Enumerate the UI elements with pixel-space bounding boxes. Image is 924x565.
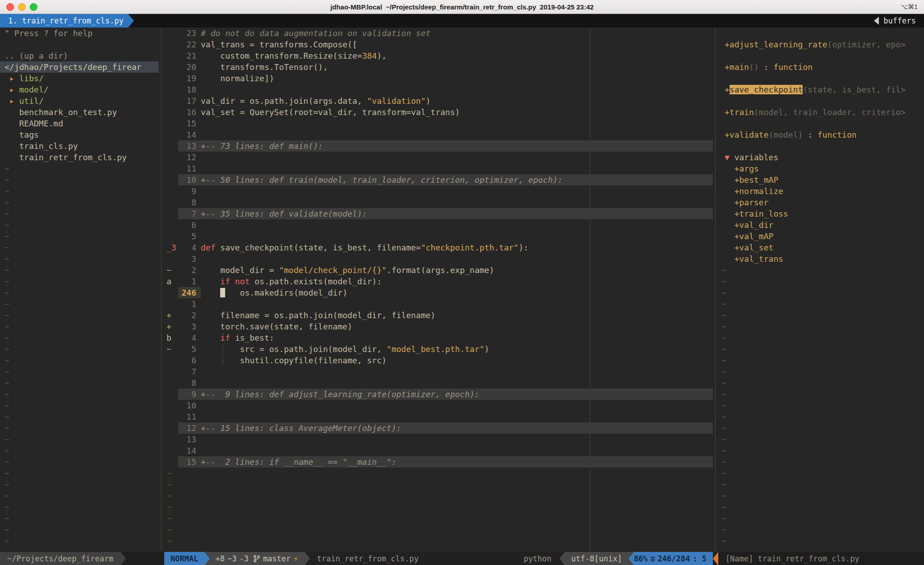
empty-line: ~ <box>0 185 159 197</box>
code-line[interactable]: 9+-- 9 lines: def adjust_learning_rate(o… <box>164 389 713 400</box>
line-text: +train_loss <box>718 208 924 219</box>
code-line[interactable]: 6 │ shutil.copyfile(filename, src) <box>164 355 713 366</box>
tagbar-item[interactable] <box>718 28 924 39</box>
tagbar-item[interactable]: +normalize <box>718 185 924 197</box>
code-line[interactable]: 1 <box>164 298 713 310</box>
code-line[interactable]: 11 <box>164 411 713 422</box>
code-line[interactable]: 15 <box>164 118 713 129</box>
token <box>201 333 220 343</box>
code-line[interactable]: 14 <box>164 129 713 140</box>
tagbar-item[interactable]: +save_checkpoint(state, is_best, fil> <box>718 84 924 95</box>
line-text: +args <box>718 163 924 174</box>
code-line[interactable]: 11 <box>164 163 713 174</box>
tree-item[interactable]: train_cls.py <box>0 140 159 152</box>
code-line[interactable]: 5 <box>164 231 713 242</box>
empty-line: ~ <box>0 219 159 231</box>
tree-item[interactable]: README.md <box>0 118 159 129</box>
tagbar-item[interactable]: +train(model, train_loader, criterio> <box>718 107 924 118</box>
code-line[interactable]: +3 torch.save(state, filename) <box>164 321 713 332</box>
tagbar-item[interactable]: +val_dir <box>718 219 924 231</box>
tree-item[interactable]: ▸ model/ <box>0 84 159 95</box>
code-line[interactable]: 7 <box>164 366 713 377</box>
tagbar-item[interactable]: +args <box>718 163 924 174</box>
nerdtree-panel[interactable]: " Press ? for help.. (up a dir)</jdhao/P… <box>0 28 159 552</box>
empty-line: ~ <box>718 298 924 310</box>
tree-item[interactable]: ▸ util/ <box>0 95 159 107</box>
close-button[interactable] <box>6 3 14 11</box>
token: "model_best.pth.tar" <box>387 344 485 354</box>
code-line[interactable]: 19 normalize]) <box>164 73 713 84</box>
code-line[interactable]: b4 if is_best: <box>164 332 713 343</box>
line-text <box>201 129 713 140</box>
code-line[interactable]: 13 <box>164 434 713 445</box>
code-line[interactable]: 9 <box>164 185 713 197</box>
code-line[interactable]: 7+-- 35 lines: def validate(model): <box>164 208 713 219</box>
code-line[interactable]: 21 custom_transform.Resize(size=384), <box>164 50 713 61</box>
tree-item[interactable] <box>0 39 159 50</box>
tagbar-item[interactable] <box>718 118 924 129</box>
tagbar-panel[interactable]: +adjust_learning_rate(optimizer, epo>+ma… <box>718 28 924 552</box>
tree-item[interactable]: tags <box>0 129 159 140</box>
code-line[interactable]: 17val_dir = os.path.join(args.data, "val… <box>164 95 713 107</box>
tree-item[interactable]: ▸ libs/ <box>0 73 159 84</box>
code-line[interactable]: 8 <box>164 197 713 208</box>
line-text: │ src = os.path.join(model_dir, "model_b… <box>201 343 713 355</box>
tagbar-item[interactable] <box>718 95 924 107</box>
tree-item[interactable]: benchmark_on_test.py <box>0 107 159 118</box>
code-line[interactable]: 3 <box>164 253 713 264</box>
tagbar-item[interactable]: +val_trans <box>718 253 924 264</box>
tree-item[interactable]: train_retr_from_cls.py <box>0 152 159 163</box>
tagbar-item[interactable] <box>718 50 924 61</box>
zoom-button[interactable] <box>30 3 37 11</box>
editor-window[interactable]: 23# do not do data augmentation on valid… <box>164 28 713 552</box>
tree-item[interactable]: </jdhao/Projects/deep_firear <box>0 61 159 73</box>
tagbar-item[interactable]: +best_mAP <box>718 174 924 185</box>
window-separator-2[interactable] <box>713 28 718 552</box>
tagbar-item[interactable] <box>718 73 924 84</box>
tagbar-item[interactable]: +validate(model) : function <box>718 129 924 140</box>
code-line[interactable]: 8 <box>164 377 713 389</box>
window-separator[interactable] <box>159 28 164 552</box>
token: tags <box>19 130 39 139</box>
tree-item[interactable]: .. (up a dir) <box>0 50 159 61</box>
code-line[interactable]: +2 filename = os.path.join(model_dir, fi… <box>164 310 713 321</box>
code-line[interactable]: 14 <box>164 445 713 456</box>
tree-item[interactable]: " Press ? for help <box>0 28 159 39</box>
code-line[interactable]: 16val_set = QuerySet(root=val_dir, trans… <box>164 107 713 118</box>
tilde: ~ <box>0 332 9 343</box>
code-line[interactable]: 10 <box>164 400 713 411</box>
token: +parser <box>735 198 769 207</box>
tab-train-retr-from-cls[interactable]: 1. train_retr_from_cls.py <box>0 14 128 28</box>
code-line[interactable]: 23# do not do data augmentation on valid… <box>164 28 713 39</box>
code-line[interactable]: _34def save_checkpoint(state, is_best, f… <box>164 242 713 253</box>
tagbar-item[interactable]: +train_loss <box>718 208 924 219</box>
code-line[interactable]: 246 os.makedirs(model_dir) <box>164 287 713 298</box>
empty-line: ~ <box>0 197 159 208</box>
code-line[interactable]: 13+-- 73 lines: def main(): <box>164 140 713 152</box>
tagbar-item[interactable]: ▼ variables <box>718 152 924 163</box>
tagbar-item[interactable]: +parser <box>718 197 924 208</box>
empty-line: ~ <box>0 332 159 343</box>
code-line[interactable]: 22val_trans = transforms.Compose([ <box>164 39 713 50</box>
tagbar-item[interactable]: +adjust_learning_rate(optimizer, epo> <box>718 39 924 50</box>
code-line[interactable]: 15+-- 2 lines: if __name__ == "__main__"… <box>164 456 713 468</box>
tilde: ~ <box>718 468 727 479</box>
code-line[interactable]: 20 transforms.ToTensor(), <box>164 61 713 73</box>
tagbar-item[interactable]: +main() : function <box>718 61 924 73</box>
tagbar-item[interactable]: +val_set <box>718 242 924 253</box>
code-line[interactable]: 6 <box>164 219 713 231</box>
line-text: +val_mAP <box>718 231 924 242</box>
code-line[interactable]: 12 <box>164 152 713 163</box>
code-line[interactable]: ~5 │ src = os.path.join(model_dir, "mode… <box>164 343 713 355</box>
minimize-button[interactable] <box>18 3 26 11</box>
buffers-label[interactable]: buffers <box>879 14 924 28</box>
tagbar-item[interactable] <box>718 140 924 152</box>
code-line[interactable]: 12+-- 15 lines: class AverageMeter(objec… <box>164 422 713 434</box>
line-number: 11 <box>178 411 201 422</box>
gutter-sign <box>164 50 178 61</box>
code-line[interactable]: ~2 model_dir = "model/check_point/{}".fo… <box>164 264 713 276</box>
code-line[interactable]: a1 if not os.path.exists(model_dir): <box>164 276 713 287</box>
code-line[interactable]: 10+-- 50 lines: def train(model, train_l… <box>164 174 713 185</box>
code-line[interactable]: 18 <box>164 84 713 95</box>
tagbar-item[interactable]: +val_mAP <box>718 231 924 242</box>
